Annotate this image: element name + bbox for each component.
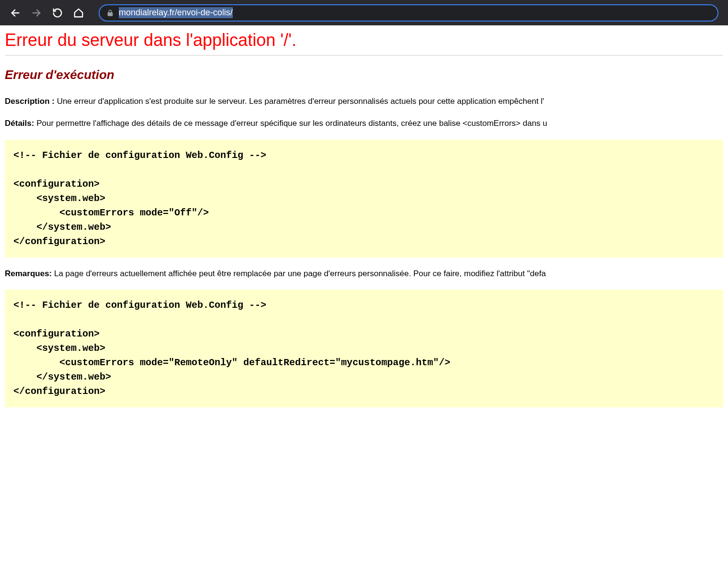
forward-button[interactable] [31, 7, 42, 19]
description-paragraph: Description : Une erreur d'application s… [5, 96, 723, 107]
browser-toolbar: mondialrelay.fr/envoi-de-colis/ [0, 0, 728, 25]
arrow-right-icon [31, 8, 42, 18]
reload-icon [52, 8, 63, 18]
reload-button[interactable] [52, 7, 63, 19]
details-text: Pour permettre l'affichage des détails d… [36, 119, 547, 128]
details-paragraph: Détails: Pour permettre l'affichage des … [5, 118, 723, 129]
page-content: Erreur du serveur dans l'application '/'… [0, 25, 728, 423]
description-text: Une erreur d'application s'est produite … [57, 97, 544, 106]
remarks-text: La page d'erreurs actuellement affichée … [54, 269, 546, 278]
error-title: Erreur du serveur dans l'application '/'… [5, 30, 723, 50]
home-icon [73, 8, 84, 18]
description-label: Description : [5, 97, 57, 106]
home-button[interactable] [73, 7, 84, 19]
address-bar[interactable]: mondialrelay.fr/envoi-de-colis/ [99, 4, 718, 22]
code-block-1: <!-- Fichier de configuration Web.Config… [5, 140, 723, 258]
code-block-2: <!-- Fichier de configuration Web.Config… [5, 290, 723, 407]
remarks-label: Remarques: [5, 269, 54, 278]
remarks-paragraph: Remarques: La page d'erreurs actuellemen… [5, 268, 723, 280]
divider [5, 55, 723, 56]
arrow-left-icon [10, 8, 21, 18]
lock-icon [106, 9, 114, 17]
url-text: mondialrelay.fr/envoi-de-colis/ [119, 7, 233, 18]
error-subtitle: Erreur d'exécution [5, 67, 723, 82]
back-button[interactable] [10, 7, 21, 19]
details-label: Détails: [5, 119, 36, 128]
